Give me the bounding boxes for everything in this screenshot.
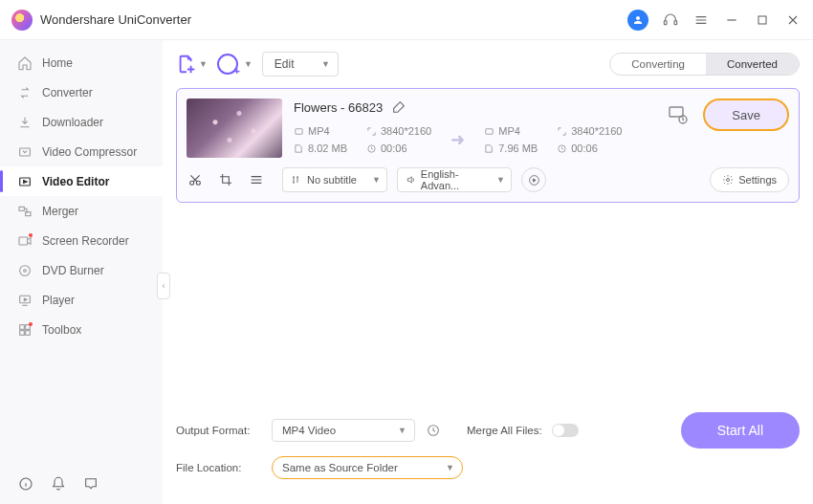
download-icon bbox=[17, 115, 33, 130]
svg-rect-5 bbox=[19, 207, 24, 210]
sidebar-item-label: Downloader bbox=[42, 116, 103, 129]
save-button[interactable]: Save bbox=[703, 99, 789, 131]
tab-converting[interactable]: Converting bbox=[610, 54, 706, 75]
start-all-button[interactable]: Start All bbox=[681, 412, 800, 449]
merge-toggle[interactable] bbox=[552, 424, 579, 437]
output-format-label: Output Format: bbox=[176, 425, 262, 436]
sidebar-item-toolbox[interactable]: Toolbox bbox=[0, 315, 163, 344]
subtitle-dropdown[interactable]: No subtitle ▼ bbox=[282, 167, 387, 192]
output-format-dropdown[interactable]: MP4 Video ▼ bbox=[272, 419, 415, 442]
sidebar-item-downloader[interactable]: Downloader bbox=[0, 107, 163, 137]
svg-point-25 bbox=[727, 179, 730, 182]
sidebar-item-label: Video Compressor bbox=[42, 145, 137, 159]
settings-button[interactable]: Settings bbox=[710, 167, 789, 192]
chevron-down-icon: ▼ bbox=[372, 175, 381, 185]
sidebar-item-label: Converter bbox=[42, 86, 93, 99]
sidebar-item-converter[interactable]: Converter bbox=[0, 77, 163, 107]
sidebar-item-player[interactable]: Player bbox=[0, 285, 163, 315]
editor-icon bbox=[17, 174, 33, 189]
sidebar-item-label: DVD Burner bbox=[42, 264, 104, 277]
svg-rect-14 bbox=[26, 330, 31, 335]
chevron-down-icon: ▼ bbox=[496, 175, 505, 185]
svg-rect-11 bbox=[20, 324, 25, 329]
svg-point-8 bbox=[20, 265, 31, 275]
sidebar-item-dvd-burner[interactable]: DVD Burner bbox=[0, 255, 163, 285]
rename-icon[interactable] bbox=[390, 99, 407, 116]
dst-size: 7.96 MB bbox=[484, 142, 543, 154]
sidebar-item-label: Home bbox=[42, 56, 73, 70]
info-icon[interactable] bbox=[17, 475, 34, 493]
compressor-icon bbox=[17, 144, 33, 160]
chevron-down-icon: ▼ bbox=[321, 59, 330, 69]
audio-dropdown[interactable]: English-Advan... ▼ bbox=[397, 167, 512, 192]
svg-rect-0 bbox=[664, 20, 667, 24]
gear-icon bbox=[722, 174, 734, 186]
crop-icon[interactable] bbox=[217, 171, 234, 188]
add-url-button[interactable]: ▼ bbox=[217, 54, 253, 75]
svg-rect-7 bbox=[19, 237, 28, 245]
app-title: Wondershare UniConverter bbox=[40, 12, 191, 27]
sidebar-collapse-button[interactable]: ‹ bbox=[157, 273, 170, 299]
sidebar-item-label: Video Editor bbox=[42, 175, 109, 188]
player-icon bbox=[17, 293, 33, 308]
svg-rect-20 bbox=[670, 107, 683, 117]
sidebar-item-label: Screen Recorder bbox=[42, 234, 129, 248]
video-thumbnail[interactable] bbox=[187, 99, 282, 158]
maximize-button[interactable] bbox=[754, 11, 771, 29]
svg-point-9 bbox=[24, 269, 27, 272]
recorder-icon bbox=[17, 233, 33, 249]
arrow-icon: ➜ bbox=[450, 129, 465, 150]
user-account-button[interactable] bbox=[627, 10, 648, 31]
edit-dropdown-label: Edit bbox=[275, 57, 295, 71]
file-card: Flowers - 66823 MP4 3840*2160 8.02 MB 00… bbox=[176, 88, 800, 203]
svg-rect-1 bbox=[674, 20, 677, 24]
feedback-icon[interactable] bbox=[82, 475, 99, 493]
src-duration: 00:06 bbox=[366, 142, 426, 154]
trim-icon[interactable] bbox=[187, 171, 204, 188]
tab-converted[interactable]: Converted bbox=[706, 54, 799, 75]
file-name: Flowers - 66823 bbox=[294, 100, 383, 115]
chevron-down-icon: ▼ bbox=[199, 59, 208, 69]
preview-button[interactable] bbox=[521, 167, 546, 192]
sidebar-item-label: Merger bbox=[42, 205, 78, 218]
add-url-icon bbox=[217, 54, 238, 75]
minimize-button[interactable] bbox=[723, 11, 740, 29]
add-file-icon bbox=[176, 54, 197, 75]
sidebar-item-video-editor[interactable]: Video Editor bbox=[0, 166, 163, 196]
toolbox-icon bbox=[17, 322, 33, 338]
merger-icon bbox=[17, 204, 33, 219]
dst-duration: 00:06 bbox=[557, 142, 616, 154]
subtitle-icon bbox=[291, 174, 302, 186]
src-format: MP4 bbox=[294, 125, 353, 137]
close-button[interactable] bbox=[784, 11, 802, 29]
menu-icon[interactable] bbox=[692, 11, 710, 29]
sidebar-item-merger[interactable]: Merger bbox=[0, 196, 163, 226]
sidebar-item-label: Player bbox=[42, 294, 75, 307]
app-logo bbox=[11, 10, 33, 31]
src-size: 8.02 MB bbox=[294, 142, 353, 154]
svg-rect-18 bbox=[486, 128, 493, 134]
gpu-accel-icon[interactable] bbox=[425, 422, 442, 439]
merge-label: Merge All Files: bbox=[467, 425, 542, 436]
svg-rect-16 bbox=[296, 128, 302, 134]
src-resolution: 3840*2160 bbox=[366, 125, 431, 137]
toolbar: ▼ ▼ Edit ▼ Converting Converted bbox=[163, 40, 813, 88]
output-settings-icon[interactable] bbox=[667, 103, 690, 126]
sidebar-item-screen-recorder[interactable]: Screen Recorder bbox=[0, 226, 163, 255]
sidebar-item-label: Toolbox bbox=[42, 323, 81, 337]
headset-support-icon[interactable] bbox=[662, 11, 679, 29]
add-file-button[interactable]: ▼ bbox=[176, 54, 208, 75]
sidebar: Home Converter Downloader Video Compress… bbox=[0, 40, 163, 504]
chevron-down-icon: ▼ bbox=[398, 426, 406, 435]
effects-icon[interactable] bbox=[248, 171, 265, 188]
edit-dropdown[interactable]: Edit ▼ bbox=[262, 52, 339, 77]
home-icon bbox=[17, 55, 33, 71]
svg-rect-12 bbox=[26, 324, 31, 329]
titlebar: Wondershare UniConverter bbox=[0, 0, 813, 40]
sidebar-item-home[interactable]: Home bbox=[0, 48, 163, 77]
chevron-down-icon: ▼ bbox=[244, 59, 253, 69]
notification-icon[interactable] bbox=[50, 475, 67, 493]
dst-format: MP4 bbox=[484, 125, 543, 137]
sidebar-item-compressor[interactable]: Video Compressor bbox=[0, 137, 163, 166]
file-location-dropdown[interactable]: Same as Source Folder ▼ bbox=[272, 456, 463, 479]
